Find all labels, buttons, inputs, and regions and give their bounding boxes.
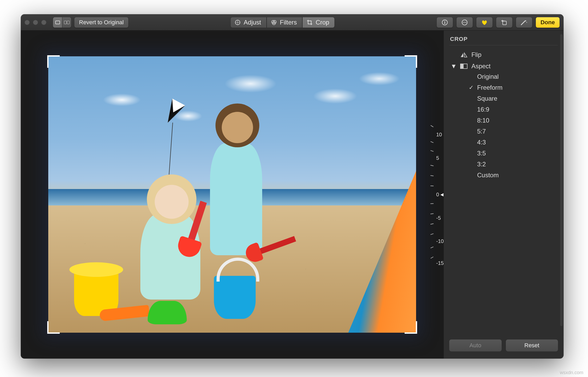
aspect-option-original[interactable]: Original [466, 72, 559, 81]
svg-point-13 [465, 22, 466, 23]
aspect-label: Aspect [471, 63, 490, 70]
straighten-dial[interactable]: 10 5 0 ◀ -5 -10 -15 [417, 121, 443, 267]
dial-label-m5: -5 [436, 215, 441, 221]
enhance-button[interactable] [516, 17, 532, 28]
aspect-option-label: 8:10 [477, 117, 489, 124]
aspect-option-label: Custom [477, 172, 499, 179]
photos-edit-window: Revert to Original Adjust Filters Crop [21, 14, 563, 358]
aspect-option-label: 3:2 [477, 161, 486, 168]
revert-to-original-button[interactable]: Revert to Original [74, 17, 129, 28]
panel-title: CROP [450, 36, 557, 42]
aspect-option-3-5[interactable]: 3:5 [466, 149, 559, 158]
aspect-option-square[interactable]: Square [466, 94, 559, 103]
dial-label-m15: -15 [436, 260, 443, 266]
panel-divider [449, 45, 558, 45]
adjust-icon [234, 19, 241, 26]
dial-label-5: 5 [436, 155, 439, 161]
svg-point-8 [444, 21, 445, 21]
aspect-option-label: Original [477, 73, 499, 80]
photo-object-child-standing [210, 143, 262, 255]
dial-label-0: 0 [436, 192, 439, 198]
flip-label: Flip [471, 51, 482, 58]
disclosure-triangle-icon[interactable]: ▼ [451, 63, 456, 70]
minimize-window-button[interactable] [33, 20, 38, 25]
view-mode-toggle [53, 17, 71, 28]
photo-canvas[interactable]: 10 5 0 ◀ -5 -10 -15 [21, 31, 443, 358]
aspect-option-4-3[interactable]: 4:3 [466, 138, 559, 147]
dial-pointer-icon: ◀ [440, 191, 443, 198]
photo-object-green-sieve [148, 301, 187, 324]
aspect-option-label: 4:3 [477, 139, 486, 146]
crop-handle-bottom-left[interactable] [47, 321, 60, 334]
single-view-button[interactable] [53, 17, 62, 28]
tab-adjust[interactable]: Adjust [230, 17, 267, 28]
content-area: 10 5 0 ◀ -5 -10 -15 CROP [21, 31, 563, 358]
aspect-option-5-7[interactable]: 5:7 [466, 127, 559, 136]
aspect-option-16-9[interactable]: 16:9 [466, 105, 559, 114]
aspect-option-8-10[interactable]: 8:10 [466, 116, 559, 125]
more-button[interactable] [456, 17, 473, 28]
aspect-option-3-2[interactable]: 3:2 [466, 160, 559, 169]
aspect-option-label: 5:7 [477, 128, 486, 135]
sidebar-footer: Auto Reset [448, 337, 559, 354]
auto-button[interactable]: Auto [449, 339, 502, 352]
crop-sidebar: CROP Flip ▼ Aspect Original [443, 31, 563, 358]
aspect-row[interactable]: ▼ Aspect [448, 60, 559, 72]
filters-icon [271, 19, 277, 26]
watermark-text: wsxdn.com [560, 370, 583, 375]
aspect-option-label: Freeform [477, 84, 502, 91]
edit-tabs: Adjust Filters Crop [230, 17, 335, 28]
titlebar: Revert to Original Adjust Filters Crop [21, 14, 563, 31]
svg-rect-2 [67, 21, 69, 24]
tab-crop-label: Crop [316, 19, 329, 26]
done-label: Done [541, 19, 555, 26]
crop-icon [306, 19, 313, 26]
info-button[interactable] [436, 17, 453, 28]
photo-object-blue-bucket [214, 276, 256, 319]
checkmark-icon: ✓ [468, 84, 474, 91]
sidebar-scrollbar[interactable] [560, 34, 563, 326]
favorite-button[interactable] [476, 17, 493, 28]
crop-handle-bottom-right[interactable] [405, 321, 417, 334]
compare-view-button[interactable] [62, 17, 71, 28]
svg-rect-0 [56, 21, 60, 24]
tab-crop[interactable]: Crop [302, 17, 335, 28]
tab-adjust-label: Adjust [244, 19, 261, 26]
revert-label: Revert to Original [79, 19, 124, 26]
done-button[interactable]: Done [536, 17, 560, 28]
photo-preview[interactable] [48, 56, 416, 333]
crop-handle-top-left[interactable] [47, 55, 60, 68]
zoom-window-button[interactable] [41, 20, 46, 25]
aspect-option-label: 16:9 [477, 106, 489, 113]
aspect-icon [460, 64, 468, 69]
rotate-button[interactable] [496, 17, 513, 28]
svg-rect-14 [503, 21, 506, 25]
aspect-option-custom[interactable]: Custom [466, 171, 559, 180]
aspect-option-freeform[interactable]: ✓ Freeform [466, 83, 559, 92]
dial-label-10: 10 [436, 132, 442, 138]
aspect-options: Original ✓ Freeform Square 16:9 8:10 [466, 72, 559, 180]
tab-filters-label: Filters [280, 19, 297, 26]
dial-label-m10: -10 [436, 238, 443, 244]
svg-rect-1 [64, 21, 67, 24]
svg-rect-16 [460, 64, 464, 69]
reset-label: Reset [524, 342, 539, 349]
aspect-option-label: 3:5 [477, 150, 486, 157]
svg-point-11 [463, 22, 464, 23]
flip-icon [460, 52, 468, 58]
crop-handle-top-right[interactable] [405, 55, 417, 68]
svg-point-12 [464, 22, 465, 23]
auto-label: Auto [470, 342, 481, 349]
tab-filters[interactable]: Filters [267, 17, 302, 28]
toolbar-right: Done [436, 17, 560, 28]
aspect-option-label: Square [477, 95, 497, 102]
window-controls [25, 20, 46, 25]
close-window-button[interactable] [25, 20, 30, 25]
reset-button[interactable]: Reset [506, 339, 559, 352]
svg-rect-9 [445, 22, 445, 24]
flip-row[interactable]: Flip [448, 49, 559, 60]
